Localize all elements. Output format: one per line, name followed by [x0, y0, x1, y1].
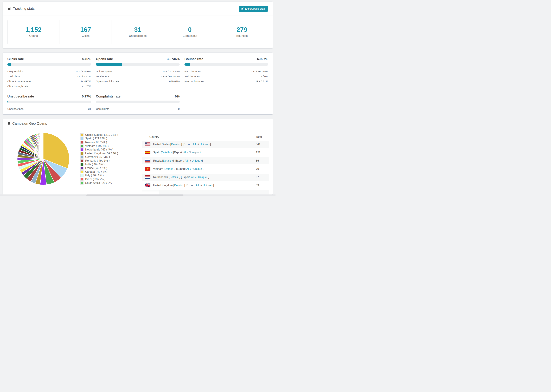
country-name: Russia	[153, 159, 162, 162]
rate-row: Clicks to opens rate14.497%	[7, 78, 91, 84]
details-link[interactable]: Details ›	[174, 184, 184, 187]
stat-value: 0	[188, 27, 192, 33]
legend-item-france[interactable]: France ( 42 / 2% )	[80, 166, 118, 170]
campaign-geo-opens-card: Campaign Geo Opens United States ( 541 /…	[3, 119, 273, 195]
export-all-link[interactable]: All ›	[193, 143, 198, 146]
clicks-progress-fill	[7, 63, 11, 66]
geo-header: Campaign Geo Opens	[3, 119, 273, 128]
rates-grid: Clicks rate4.46%Unique clicks167 / 4.456…	[3, 53, 273, 111]
export-unique-link[interactable]: Unique ›	[198, 176, 208, 179]
rate-row: Click through rate4.147%	[7, 84, 91, 88]
legend-swatch	[80, 148, 84, 151]
rate-row-label: Opens to clicks rate	[96, 80, 119, 84]
rate-section-clicks: Clicks rate4.46%Unique clicks167 / 4.456…	[7, 57, 91, 88]
page-title: Tracking stats	[13, 7, 35, 11]
legend-label: Canada ( 40 / 2% )	[85, 170, 108, 173]
summary-stat-bounces: 279Bounces	[216, 20, 268, 44]
legend-swatch	[80, 133, 84, 136]
export-all-link[interactable]: All ›	[196, 184, 201, 187]
summary-stat-complaints: 0Complaints	[164, 20, 216, 44]
legend-label: Brazil ( 33 / 2% )	[85, 178, 106, 181]
rate-head: Bounce rate6.927%	[184, 57, 268, 61]
total-cell: 86	[256, 159, 259, 162]
legend-item-italy[interactable]: Italy ( 36 / 2% )	[80, 174, 118, 177]
unsubscribe-progress-fill	[7, 101, 8, 103]
legend-label: India ( 46 / 3% )	[85, 163, 105, 166]
legend-label: Russia ( 86 / 5% )	[85, 141, 107, 144]
legend-label: France ( 42 / 2% )	[85, 167, 107, 170]
legend-item-netherlands[interactable]: Netherlands ( 67 / 4% )	[80, 148, 118, 152]
export-all-link[interactable]: All ›	[186, 168, 191, 170]
details-link[interactable]: Details ›	[165, 168, 175, 170]
legend-swatch	[80, 137, 84, 140]
legend-item-russia[interactable]: Russia ( 86 / 5% )	[80, 140, 118, 144]
bounce-progress-track	[184, 63, 268, 66]
stat-value: 1,152	[25, 27, 42, 33]
legend-item-germany[interactable]: Germany ( 55 / 3% )	[80, 155, 118, 159]
country-cell: Russia [Details ›] [Export: All › / Uniq…	[153, 159, 203, 162]
export-unique-link[interactable]: Unique ›	[190, 151, 201, 154]
export-all-link[interactable]: All ›	[191, 176, 196, 179]
rate-row-value: 1,152 / 30.736%	[160, 70, 180, 74]
legend-item-united-kingdom[interactable]: United Kingdom ( 59 / 3% )	[80, 152, 118, 155]
rate-row-value: 0	[178, 107, 180, 111]
table-row: Russia [Details ›] [Export: All › / Uniq…	[142, 157, 269, 164]
opens-rate-title: Opens rate	[96, 57, 113, 61]
export-unique-link[interactable]: Unique ›	[192, 159, 202, 162]
export-basic-stats-button[interactable]: Export basic stats	[239, 6, 268, 12]
flag-es-icon	[145, 151, 150, 154]
dotted-leader	[32, 82, 79, 82]
rate-row: Unsubscribes31	[7, 106, 91, 111]
export-unique-link[interactable]: Unique ›	[200, 143, 210, 146]
stat-label: Unsubscribes	[129, 34, 147, 38]
flag-ru-icon	[145, 159, 150, 162]
legend-item-canada[interactable]: Canada ( 40 / 2% )	[80, 170, 118, 174]
table-row: United Kingdom [Details ›] [Export: All …	[142, 182, 269, 189]
bounce-rate-title: Bounce rate	[184, 57, 203, 61]
export-all-link[interactable]: All ›	[183, 151, 188, 154]
horizontal-scrollbar-track[interactable]	[0, 195, 276, 196]
summary-stats-box: 1,152Opens167Clicks31Unsubscribes0Compla…	[7, 20, 268, 44]
legend-label: Germany ( 55 / 3% )	[85, 155, 110, 159]
stat-value: 167	[80, 27, 91, 33]
legend-item-romania[interactable]: Romania ( 49 / 3% )	[80, 159, 118, 163]
legend-item-vietnam[interactable]: Vietnam ( 79 / 5% )	[80, 144, 118, 148]
details-link[interactable]: Details ›	[170, 176, 179, 179]
unsubscribe-rate-title: Unsubscribe rate	[7, 95, 34, 98]
flag-gb-icon	[145, 183, 150, 187]
flag-nl-icon	[145, 175, 150, 179]
country-cell: Vietnam [Details ›] [Export: All › / Uni…	[153, 168, 204, 170]
complaints-rate-value: 0%	[175, 95, 179, 98]
rate-row-value: 689.82%	[169, 80, 179, 84]
export-button-label: Export basic stats	[245, 7, 265, 10]
export-unique-link[interactable]: Unique ›	[203, 184, 213, 187]
rate-head: Unsubscribe rate0.77%	[7, 95, 91, 98]
legend-swatch	[80, 159, 84, 162]
rate-row-value: 2,303 / 61.446%	[160, 75, 180, 78]
details-link[interactable]: Details ›	[163, 159, 173, 162]
dotted-leader	[25, 110, 87, 110]
legend-item-india[interactable]: India ( 46 / 3% )	[80, 163, 118, 166]
flag-vn-icon	[145, 167, 150, 171]
rate-row: Soft bounces18 / 0%	[184, 74, 268, 78]
complaints-rows: Complaints0	[96, 106, 179, 111]
details-link[interactable]: Details ›	[162, 151, 172, 154]
country-name: Spain	[153, 151, 160, 154]
legend-item-united-states[interactable]: United States ( 541 / 31% )	[80, 133, 118, 137]
column-country: Country	[149, 135, 159, 139]
export-unique-link[interactable]: Unique ›	[193, 168, 204, 170]
legend-item-brazil[interactable]: Brazil ( 33 / 2% )	[80, 177, 118, 181]
export-all-link[interactable]: All ›	[185, 159, 190, 162]
stat-label: Complaints	[183, 34, 197, 38]
rate-row-value: 220 / 5.87%	[77, 75, 91, 78]
legend-item-spain[interactable]: Spain ( 121 / 7% )	[80, 137, 118, 140]
details-link[interactable]: Details ›	[171, 143, 181, 146]
opens-progress-fill	[96, 63, 121, 66]
legend-swatch	[80, 155, 84, 159]
rate-row-label: Click through rate	[7, 85, 28, 88]
legend-item-south-africa[interactable]: South Africa ( 29 / 2% )	[80, 181, 118, 185]
rate-row-label: Total clicks	[7, 75, 20, 78]
geo-table: Country Total United States [Details ›] …	[142, 135, 269, 195]
horizontal-scrollbar-thumb[interactable]	[86, 195, 184, 196]
table-row: United States [Details ›] [Export: All ›…	[142, 141, 269, 148]
